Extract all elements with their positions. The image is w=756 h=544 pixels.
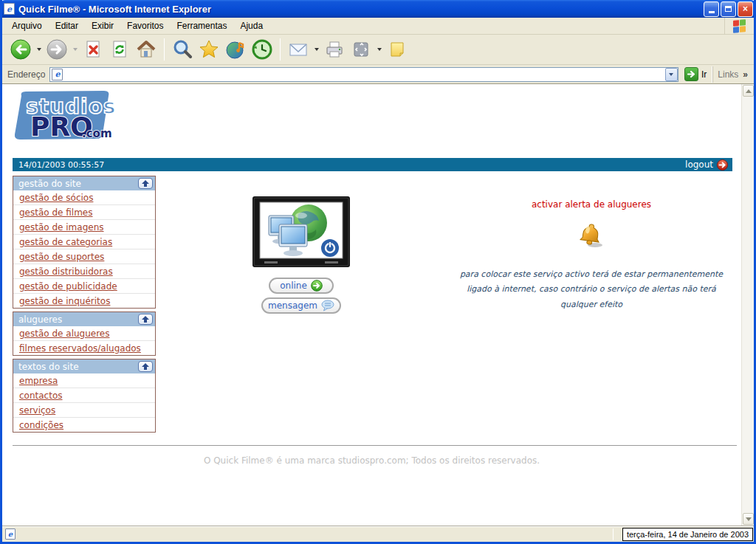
windows-logo-icon	[733, 19, 746, 32]
status-column: online mensagem	[252, 196, 351, 314]
home-button[interactable]	[134, 37, 159, 62]
monitor-image	[252, 196, 350, 272]
stop-button[interactable]	[80, 37, 106, 62]
caret-down-icon	[669, 73, 673, 76]
restore-button[interactable]	[721, 1, 736, 17]
address-input[interactable]	[63, 69, 665, 80]
sidebar-link[interactable]: gestão de suportes	[13, 249, 155, 264]
links-label: Links	[718, 69, 738, 80]
history-button[interactable]	[250, 37, 275, 62]
alert-note: para colocar este serviço activo terá de…	[445, 267, 738, 312]
svg-text:.com: .com	[82, 127, 112, 140]
scroll-down-button[interactable]	[743, 513, 754, 525]
caret-down-icon	[315, 48, 319, 51]
chevron-down-icon	[746, 517, 752, 521]
studiospro-logo-image: studios PRO .com	[11, 89, 122, 151]
menu-item[interactable]: Ajuda	[233, 21, 269, 31]
forward-button[interactable]	[44, 37, 69, 62]
refresh-icon	[109, 38, 130, 61]
sidebar: gestão do site gestão de sóciosgestão de…	[13, 176, 156, 435]
search-button[interactable]	[170, 37, 195, 62]
back-dropdown[interactable]	[35, 37, 43, 62]
footer-copyright: O Quick Filme® é uma marca studiospro.co…	[2, 455, 741, 466]
refresh-button[interactable]	[107, 37, 132, 62]
links-bar[interactable]: Links »	[712, 66, 752, 83]
mail-dropdown[interactable]	[312, 37, 320, 62]
address-field[interactable]: e	[49, 67, 678, 82]
stop-icon	[83, 38, 103, 61]
online-label: online	[280, 280, 307, 291]
forward-icon	[46, 38, 68, 61]
menu-item[interactable]: Ferramentas	[170, 21, 233, 31]
sidebar-link[interactable]: gestão de publicidade	[13, 279, 155, 294]
activate-alert-link[interactable]: activar alerta de alugueres	[445, 199, 738, 210]
message-button[interactable]: mensagem	[261, 297, 341, 314]
back-button[interactable]	[8, 37, 33, 62]
titlebar[interactable]: e Quick Filme® - Microsoft Internet Expl…	[0, 0, 756, 18]
section-links: gestão de alugueresfilmes reservados/alu…	[13, 326, 155, 355]
address-dropdown[interactable]	[665, 68, 678, 81]
logout-button[interactable]: logout	[685, 159, 728, 171]
bell-wrap[interactable]	[445, 221, 738, 252]
sidebar-link[interactable]: serviços	[13, 403, 155, 418]
sidebar-link[interactable]: contactos	[13, 388, 155, 403]
sidebar-link[interactable]: condições	[13, 418, 155, 432]
sidebar-link[interactable]: gestão de inquéritos	[13, 294, 155, 308]
section-header: gestão do site	[13, 176, 155, 190]
collapse-section-button[interactable]	[138, 178, 153, 189]
statusbar: e terça-feira, 14 de Janeiro de 2003	[2, 526, 754, 542]
messenger-button[interactable]	[385, 37, 410, 62]
address-label: Endereço	[7, 69, 45, 80]
minimize-button[interactable]	[704, 1, 719, 17]
collapse-section-button[interactable]	[138, 361, 153, 372]
toolbar-separator	[164, 38, 165, 61]
forward-dropdown[interactable]	[71, 37, 79, 62]
media-button[interactable]	[223, 37, 248, 62]
window-title: Quick Filme® - Microsoft Internet Explor…	[18, 4, 700, 15]
page-content: studios PRO .com 14/01/2003 00:55:57 log…	[2, 84, 754, 526]
sidebar-link[interactable]: gestão de filmes	[13, 205, 155, 220]
section-header: alugueres	[13, 312, 155, 326]
sidebar-link[interactable]: gestão de sócios	[13, 190, 155, 205]
sidebar-link[interactable]: gestão de categorias	[13, 235, 155, 249]
sidebar-link[interactable]: filmes reservados/alugados	[13, 341, 155, 355]
history-clock-icon	[251, 38, 273, 61]
vertical-scrollbar[interactable]	[741, 84, 754, 526]
caret-down-icon	[73, 48, 78, 51]
online-button[interactable]: online	[269, 278, 334, 294]
scroll-up-button[interactable]	[743, 85, 754, 97]
sidebar-link[interactable]: gestão de imagens	[13, 220, 155, 235]
caret-down-icon	[377, 48, 382, 51]
mail-envelope-icon	[287, 38, 309, 61]
studiospro-logo[interactable]: studios PRO .com	[11, 89, 122, 154]
statusbar-separator	[613, 528, 614, 540]
fullscreen-dropdown[interactable]	[375, 37, 383, 62]
search-icon	[171, 38, 193, 61]
close-button[interactable]: ×	[738, 1, 753, 17]
menu-item[interactable]: Editar	[49, 21, 85, 31]
menu-items: ArquivoEditarExibirFavoritosFerramentasA…	[2, 18, 269, 34]
resize-icon	[351, 38, 371, 61]
go-button[interactable]: Ir	[678, 67, 712, 81]
status-page-icon: e	[5, 528, 16, 540]
sidebar-link[interactable]: empresa	[13, 373, 155, 388]
section-links: empresacontactosserviçoscondições	[13, 373, 155, 432]
favorites-button[interactable]	[196, 37, 221, 62]
fullscreen-button[interactable]	[348, 37, 374, 62]
arrow-up-icon	[141, 315, 150, 323]
mail-button[interactable]	[286, 37, 311, 62]
menu-item[interactable]: Arquivo	[5, 21, 49, 31]
section-title: textos do site	[18, 362, 79, 372]
sidebar-link[interactable]: gestão de alugueres	[13, 326, 155, 341]
collapse-section-button[interactable]	[138, 314, 153, 325]
menu-item[interactable]: Favoritos	[120, 21, 170, 31]
speech-bubble-icon	[321, 300, 334, 311]
print-button[interactable]	[322, 37, 347, 62]
menu-item[interactable]: Exibir	[85, 21, 120, 31]
toolbar-separator	[280, 38, 281, 61]
alert-panel: activar alerta de alugueres para colocar…	[445, 199, 738, 312]
sidebar-link[interactable]: gestão distribuidoras	[13, 264, 155, 279]
back-icon	[10, 38, 32, 61]
menubar: ArquivoEditarExibirFavoritosFerramentasA…	[2, 18, 754, 35]
section-title: gestão do site	[18, 179, 81, 189]
